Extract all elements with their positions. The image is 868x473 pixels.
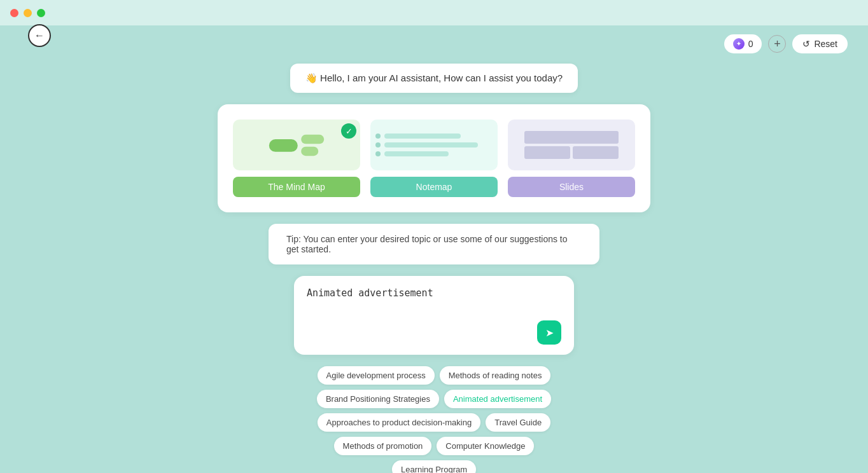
slide-cell xyxy=(573,146,619,159)
slides-preview xyxy=(508,120,635,170)
traffic-light-red[interactable] xyxy=(10,9,18,17)
selected-checkmark: ✓ xyxy=(341,123,356,139)
topic-input[interactable] xyxy=(307,287,561,313)
slide-cell xyxy=(524,146,570,159)
tip-box: Tip: You can enter your desired topic or… xyxy=(269,224,599,264)
titlebar xyxy=(0,0,868,25)
tip-text: Tip: You can enter your desired topic or… xyxy=(286,234,568,254)
mindmap-branch xyxy=(301,134,324,143)
greeting-bubble: 👋 Hello, I am your AI assistant, How can… xyxy=(290,64,578,93)
suggestion-chip[interactable]: Travel Guide xyxy=(486,413,550,432)
template-option-slides[interactable]: Slides xyxy=(508,120,635,197)
slides-label[interactable]: Slides xyxy=(508,177,635,197)
suggestion-chip[interactable]: Agile development process xyxy=(318,366,435,385)
suggestion-chip[interactable]: Computer Knowledge xyxy=(437,437,534,455)
mindmap-center-node xyxy=(269,139,298,151)
template-option-mindmap[interactable]: ✓ The Mind Map xyxy=(233,120,360,197)
notemap-preview xyxy=(370,120,498,170)
traffic-light-yellow[interactable] xyxy=(24,9,32,17)
greeting-text: Hello, I am your AI assistant, How can I… xyxy=(320,72,563,83)
traffic-light-green[interactable] xyxy=(37,9,45,17)
send-button[interactable]: ➤ xyxy=(537,320,561,345)
reset-icon: ↺ xyxy=(802,39,810,49)
suggestion-chip[interactable]: Methods of promotion xyxy=(334,437,432,455)
suggestion-chip[interactable]: Learning Program xyxy=(392,460,476,473)
reset-button[interactable]: ↺ Reset xyxy=(792,34,848,53)
suggestion-chip[interactable]: Approaches to product decision-making xyxy=(318,413,480,432)
suggestion-chip[interactable]: Methods of reading notes xyxy=(440,366,551,385)
top-right-controls: ✦ 0 + ↺ Reset xyxy=(724,34,848,53)
back-button[interactable]: ← xyxy=(28,24,51,47)
notemap-label[interactable]: Notemap xyxy=(370,177,498,197)
suggestions-list: Agile development processMethods of read… xyxy=(294,366,574,473)
mindmap-label[interactable]: The Mind Map xyxy=(233,177,360,197)
template-selector: ✓ The Mind Map xyxy=(218,104,650,212)
greeting-emoji: 👋 xyxy=(305,72,318,83)
mindmap-preview: ✓ xyxy=(233,120,360,170)
input-card: ➤ xyxy=(294,276,574,355)
reset-label: Reset xyxy=(814,39,837,49)
suggestion-chip[interactable]: Animated advertisement xyxy=(444,390,551,408)
slide-cell xyxy=(524,131,619,144)
template-option-notemap[interactable]: Notemap xyxy=(370,120,498,197)
mindmap-branch xyxy=(301,146,318,155)
credit-icon: ✦ xyxy=(733,38,745,50)
main-content: 👋 Hello, I am your AI assistant, How can… xyxy=(0,57,868,473)
credit-count: 0 xyxy=(748,39,753,49)
suggestion-chip[interactable]: Brand Positioning Strategies xyxy=(317,390,439,408)
credit-badge: ✦ 0 xyxy=(724,34,762,53)
add-credits-button[interactable]: + xyxy=(768,35,786,53)
send-icon: ➤ xyxy=(545,327,554,339)
back-icon: ← xyxy=(34,30,45,41)
